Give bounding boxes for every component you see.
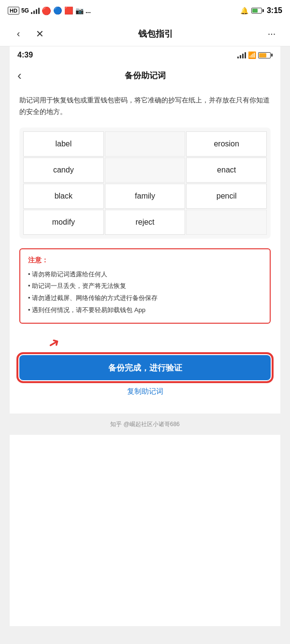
mnemonic-grid: label erosion candy enact black xyxy=(23,131,267,235)
description-text: 助记词用于恢复钱包或重置钱包密码，将它准确的抄写在纸上，并存放在只有你知道的安全… xyxy=(19,95,271,118)
outer-status-bar: HD 5G 🔴 🔵 🟥 📷 ... 🔔 3:15 xyxy=(0,0,290,21)
more-dots: ... xyxy=(86,7,91,14)
battery-icon xyxy=(251,8,264,14)
copy-mnemonic-link[interactable]: 复制助记词 xyxy=(19,387,271,396)
warning-item-4: • 遇到任何情况，请不要轻易卸载钱包 App xyxy=(28,304,262,316)
mnemonic-cell-4: candy xyxy=(23,157,104,183)
outer-back-button[interactable]: ‹ xyxy=(10,25,27,43)
mnemonic-cell-3: erosion xyxy=(186,131,267,157)
mnemonic-cell-5 xyxy=(105,157,186,183)
signal-5g: 5G xyxy=(21,7,29,14)
weibo-icon: 🔴 xyxy=(42,6,51,15)
mnemonic-cell-2 xyxy=(105,131,186,157)
inner-back-button[interactable]: ‹ xyxy=(17,68,22,83)
mnemonic-cell-12 xyxy=(186,210,267,235)
mnemonic-container: label erosion candy enact black xyxy=(19,128,271,239)
warning-box: 注意： • 请勿将助记词透露给任何人 • 助记词一旦丢失，资产将无法恢复 • 请… xyxy=(19,248,271,324)
outer-more-button[interactable]: ··· xyxy=(263,25,280,43)
signal-icon xyxy=(31,7,40,14)
outer-status-left: HD 5G 🔴 🔵 🟥 📷 ... xyxy=(8,6,91,15)
outer-time: 3:15 xyxy=(267,6,282,15)
mnemonic-cell-7: black xyxy=(23,184,104,209)
outer-nav-title: 钱包指引 xyxy=(138,29,173,39)
inner-nav-title: 备份助记词 xyxy=(125,70,166,81)
mnemonic-cell-10: modify xyxy=(23,210,104,235)
app-icon-2: 🟥 xyxy=(64,6,73,15)
outer-status-right: 🔔 3:15 xyxy=(240,6,282,15)
mnemonic-cell-9: pencil xyxy=(186,184,267,209)
warning-item-3: • 请勿通过截屏、网络传输的方式进行备份保存 xyxy=(28,292,262,304)
phone-content: 4:39 📶 ‹ 备份助记词 助记词用于恢复钱包或重置钱包密码，将它准确的抄写在… xyxy=(10,46,280,626)
main-content: 助记词用于恢复钱包或重置钱包密码，将它准确的抄写在纸上，并存放在只有你知道的安全… xyxy=(10,87,280,414)
warning-item-2: • 助记词一旦丢失，资产将无法恢复 xyxy=(28,280,262,292)
bell-icon: 🔔 xyxy=(240,7,248,14)
inner-battery-icon xyxy=(258,52,273,58)
outer-nav: ‹ ✕ 钱包指引 ··· xyxy=(0,21,290,46)
inner-nav: ‹ 备份助记词 xyxy=(10,64,280,87)
arrow-container: ➜ xyxy=(19,335,271,351)
arrow-down-icon: ➜ xyxy=(45,334,62,353)
backup-complete-button[interactable]: 备份完成，进行验证 xyxy=(19,355,271,380)
hd-badge: HD xyxy=(8,7,19,14)
app-icon-1: 🔵 xyxy=(53,6,62,15)
app-icon-3: 📷 xyxy=(75,7,84,14)
inner-wifi-icon: 📶 xyxy=(248,51,256,59)
mnemonic-cell-6: enact xyxy=(186,157,267,183)
mnemonic-cell-11: reject xyxy=(105,210,186,235)
warning-title: 注意： xyxy=(28,256,262,265)
mnemonic-cell-8: family xyxy=(105,184,186,209)
inner-time: 4:39 xyxy=(17,51,33,59)
outer-close-button[interactable]: ✕ xyxy=(31,25,48,43)
inner-status-bar: 4:39 📶 xyxy=(10,46,280,64)
bottom-attribution: 知乎 @崛起社区小诸哥686 xyxy=(10,414,280,435)
warning-item-1: • 请勿将助记词透露给任何人 xyxy=(28,269,262,281)
inner-status-icons: 📶 xyxy=(237,51,273,59)
mnemonic-cell-1: label xyxy=(23,131,104,157)
inner-signal-icon xyxy=(237,52,246,58)
